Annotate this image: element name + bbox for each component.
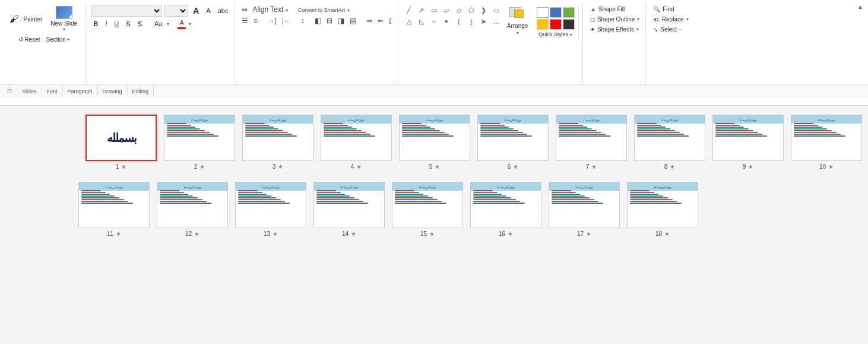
slide-star-13[interactable]: ★: [273, 231, 278, 237]
slide-thumb-11[interactable]: عنوان الشريحة 11: [78, 182, 150, 228]
replace-button[interactable]: ac Replace ▾: [651, 15, 690, 24]
arrange-button[interactable]: Arrange ▾: [505, 5, 531, 38]
shape-cylinder[interactable]: ⬭: [490, 5, 502, 15]
slide-star-4[interactable]: ★: [356, 163, 362, 170]
shape-right-tri[interactable]: ◺: [416, 16, 427, 27]
slide-thumb-7[interactable]: عنوان الشريحة 7: [556, 115, 627, 161]
shrink-font-button[interactable]: A: [204, 7, 213, 15]
style-swatch-6[interactable]: [563, 19, 575, 30]
font-color-button[interactable]: A: [177, 18, 186, 27]
columns-button[interactable]: ⫿: [387, 16, 394, 26]
format-painter-button[interactable]: 🖌 : Painter: [7, 12, 45, 26]
clear-format-button[interactable]: abc: [216, 7, 231, 15]
slide-star-17[interactable]: ★: [586, 231, 591, 237]
style-swatch-4[interactable]: [537, 19, 549, 30]
numbering-button[interactable]: ≡: [252, 16, 259, 26]
line-spacing-button[interactable]: ↕: [299, 16, 306, 26]
underline-button[interactable]: U: [112, 20, 121, 28]
rtl-button[interactable]: ⇒: [365, 16, 374, 26]
slide-star-2[interactable]: ★: [199, 163, 205, 170]
reset-button[interactable]: ↺ Reset: [17, 36, 42, 43]
shape-triangle[interactable]: △: [403, 16, 415, 27]
slide-thumb-10[interactable]: عنوان الشريحة 10: [791, 115, 862, 161]
quick-styles-button[interactable]: Quick Styles ▾: [536, 31, 575, 38]
shape-effects-button[interactable]: ✦ Shape Effects ▾: [588, 25, 642, 34]
slide-star-3[interactable]: ★: [278, 163, 283, 170]
find-button[interactable]: 🔍 Find: [651, 5, 690, 14]
shape-oval[interactable]: ○: [428, 16, 440, 27]
slide-star-10[interactable]: ★: [828, 163, 834, 170]
collapse-ribbon-button[interactable]: ▲: [855, 2, 866, 11]
shape-star4[interactable]: ✦: [441, 16, 452, 27]
slide-star-8[interactable]: ★: [670, 163, 675, 170]
slide-thumb-18[interactable]: عنوان الشريحة 18: [627, 182, 698, 228]
slide-star-14[interactable]: ★: [351, 231, 356, 237]
font-size-selector[interactable]: [164, 5, 188, 17]
slide-star-11[interactable]: ★: [116, 231, 121, 237]
slide-star-12[interactable]: ★: [194, 231, 199, 237]
slide-thumb-15[interactable]: عنوان الشريحة 15: [392, 182, 463, 228]
shape-arrow[interactable]: ↗: [416, 5, 427, 15]
italic-button[interactable]: I: [103, 20, 109, 28]
align-right-button[interactable]: ◨: [336, 16, 346, 26]
slide-star-16[interactable]: ★: [508, 231, 513, 237]
shape-fill-button[interactable]: ▲ Shape Fill: [588, 5, 642, 14]
slide-thumb-9[interactable]: عنوان الشريحة 9: [712, 115, 784, 161]
new-slide-button[interactable]: New Slide ▾: [47, 5, 81, 33]
slide-star-18[interactable]: ★: [664, 231, 670, 237]
slide-thumb-1[interactable]: بسملله: [85, 115, 157, 161]
style-swatch-2[interactable]: [550, 7, 562, 18]
slide-thumb-5[interactable]: عنوان الشريحة 5: [399, 115, 470, 161]
justify-button[interactable]: ▤: [348, 16, 358, 26]
shape-block-arrow[interactable]: ➤: [478, 16, 490, 27]
select-button[interactable]: ↘ Select ~: [651, 25, 690, 34]
slide-thumb-2[interactable]: عنوان الشريحة 2: [164, 115, 235, 161]
section-button[interactable]: Section ▾: [45, 36, 71, 43]
align-left-button[interactable]: ◧: [313, 16, 323, 26]
slide-thumb-13[interactable]: عنوان الشريحة 13: [235, 182, 306, 228]
slide-star-15[interactable]: ★: [429, 231, 435, 237]
align-text-button[interactable]: Align Text ▾: [251, 5, 290, 14]
style-swatch-5[interactable]: [550, 19, 562, 30]
slide-thumb-12[interactable]: عنوان الشريحة 12: [157, 182, 228, 228]
shape-bracket[interactable]: {: [453, 16, 465, 27]
slide-star-7[interactable]: ★: [591, 163, 597, 170]
shape-rect[interactable]: ▭: [428, 5, 440, 15]
shape-line[interactable]: ╱: [403, 5, 415, 15]
style-swatch-1[interactable]: [537, 7, 549, 18]
grow-font-button[interactable]: A: [191, 5, 201, 16]
shape-outline-button[interactable]: ◻ Shape Outline ▾: [588, 15, 642, 24]
slide-number-row-6: ★6: [508, 163, 519, 170]
align-center-button[interactable]: ⊟: [325, 16, 334, 26]
text-direction-button[interactable]: ⇔: [240, 5, 249, 14]
shape-diamond[interactable]: ◇: [453, 5, 465, 15]
slide-star-6[interactable]: ★: [513, 163, 518, 170]
font-name-selector[interactable]: [91, 5, 162, 17]
shape-pentagon[interactable]: ⬠: [465, 5, 477, 15]
slide-thumb-17[interactable]: عنوان الشريحة 17: [549, 182, 620, 228]
slide-star-9[interactable]: ★: [748, 163, 753, 170]
shape-parallelogram[interactable]: ▱: [441, 5, 452, 15]
shape-chevron[interactable]: ❯: [478, 5, 490, 15]
increase-indent-button[interactable]: →|: [266, 16, 278, 26]
case-button[interactable]: Aa: [152, 20, 164, 28]
shadow-button[interactable]: S: [135, 20, 144, 28]
bold-button[interactable]: B: [91, 20, 100, 28]
shape-brace[interactable]: }: [465, 16, 477, 27]
group-label-font: Font: [42, 85, 63, 97]
style-swatch-3[interactable]: [563, 7, 575, 18]
ltr-button[interactable]: ⇐: [376, 16, 385, 26]
slide-thumb-14[interactable]: عنوان الشريحة 14: [313, 182, 385, 228]
slide-thumb-8[interactable]: عنوان الشريحة 8: [634, 115, 705, 161]
shape-more[interactable]: …: [490, 16, 502, 27]
slide-thumb-16[interactable]: عنوان الشريحة 16: [470, 182, 541, 228]
convert-smartart-button[interactable]: Convert to SmartArt ▾: [296, 5, 351, 14]
slide-thumb-4[interactable]: عنوان الشريحة 4: [321, 115, 392, 161]
slide-star-1[interactable]: ★: [121, 163, 126, 170]
bullets-button[interactable]: ☰: [240, 16, 250, 26]
slide-thumb-6[interactable]: عنوان الشريحة 6: [477, 115, 549, 161]
decrease-indent-button[interactable]: |←: [280, 16, 293, 26]
slide-thumb-3[interactable]: عنوان الشريحة 3: [242, 115, 313, 161]
slide-star-5[interactable]: ★: [435, 163, 440, 170]
strikethrough-button[interactable]: S: [123, 20, 132, 28]
